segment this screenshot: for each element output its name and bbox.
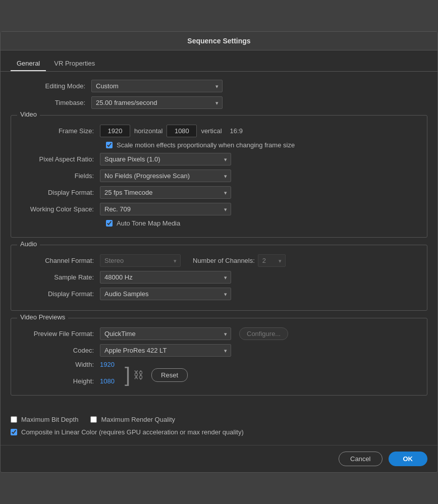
- frame-size-label: Frame Size:: [19, 127, 100, 135]
- sequence-settings-dialog: Sequence Settings General VR Properties …: [0, 31, 438, 473]
- audio-display-format-label: Display Format:: [19, 290, 100, 298]
- pixel-aspect-ratio-row: Pixel Aspect Ratio: Square Pixels (1.0) …: [19, 153, 419, 165]
- fields-wrapper: No Fields (Progressive Scan) Upper Field…: [100, 170, 231, 182]
- channel-format-row: Channel Format: Stereo Number of Channel…: [19, 254, 419, 267]
- tab-vr-properties[interactable]: VR Properties: [48, 57, 101, 71]
- working-color-space-wrapper: Rec. 709 Rec. 2020 sRGB: [100, 203, 231, 215]
- working-color-space-row: Working Color Space: Rec. 709 Rec. 2020 …: [19, 203, 419, 215]
- editing-mode-row: Editing Mode: Custom ARRI Cinema AVC-Int…: [11, 80, 427, 92]
- width-value: 1920: [100, 361, 115, 368]
- video-section: Video Frame Size: horizontal vertical 16…: [11, 115, 427, 238]
- audio-section-label: Audio: [17, 240, 40, 248]
- max-render-quality-checkbox[interactable]: [90, 416, 97, 423]
- display-format-wrapper: 25 fps Timecode 30 fps Timecode Frames S…: [100, 186, 231, 199]
- composite-linear-label: Composite in Linear Color (requires GPU …: [21, 428, 244, 436]
- reset-button[interactable]: Reset: [151, 368, 188, 382]
- ok-button[interactable]: OK: [389, 452, 428, 466]
- audio-display-format-row: Display Format: Audio Samples Millisecon…: [19, 288, 419, 300]
- timebase-select-wrapper: 23.976 frames/second 24.00 frames/second…: [91, 96, 223, 109]
- video-previews-section: Video Previews Preview File Format: Quic…: [11, 318, 427, 396]
- dialog-title: Sequence Settings: [1, 32, 437, 50]
- sample-rate-wrapper: 32000 Hz 44100 Hz 48000 Hz 96000 Hz: [100, 271, 231, 284]
- num-channels-label: Number of Channels:: [193, 257, 255, 264]
- pixel-aspect-ratio-select[interactable]: Square Pixels (1.0) D1/DV NTSC (0.9091) …: [100, 153, 231, 165]
- auto-tone-map-checkbox[interactable]: [106, 220, 113, 227]
- editing-mode-label: Editing Mode:: [11, 82, 91, 90]
- auto-tone-map-row: Auto Tone Map Media: [106, 219, 419, 227]
- configure-button[interactable]: Configure...: [239, 327, 288, 340]
- preview-file-format-row: Preview File Format: QuickTime I-Frame O…: [19, 327, 419, 340]
- video-section-label: Video: [17, 110, 40, 118]
- tab-general[interactable]: General: [11, 57, 46, 71]
- dialog-footer: Cancel OK: [1, 445, 437, 472]
- pixel-aspect-ratio-wrapper: Square Pixels (1.0) D1/DV NTSC (0.9091) …: [100, 153, 231, 165]
- frame-size-row: Frame Size: horizontal vertical 16:9: [19, 125, 419, 137]
- sample-rate-row: Sample Rate: 32000 Hz 44100 Hz 48000 Hz …: [19, 271, 419, 284]
- bracket-link-group: ] ⛓: [125, 365, 143, 385]
- bottom-options: Maximum Bit Depth Maximum Render Quality…: [1, 411, 437, 445]
- tab-bar: General VR Properties: [1, 50, 437, 72]
- width-label: Width:: [19, 361, 100, 368]
- audio-display-format-select[interactable]: Audio Samples Milliseconds: [100, 288, 231, 300]
- audio-section: Audio Channel Format: Stereo Number of C…: [11, 245, 427, 311]
- frame-width-input[interactable]: [100, 125, 130, 137]
- height-label: Height:: [19, 377, 100, 385]
- preview-file-format-wrapper: QuickTime I-Frame Only MPEG MPEG: [100, 327, 231, 340]
- preview-file-format-label: Preview File Format:: [19, 330, 100, 338]
- codec-select[interactable]: Apple ProRes 422 LT Apple ProRes 422 App…: [100, 344, 231, 357]
- editing-mode-select-wrapper: Custom ARRI Cinema AVC-Intra 100 1080i A…: [91, 80, 223, 92]
- composite-linear-row: Composite in Linear Color (requires GPU …: [11, 428, 427, 436]
- channel-format-select[interactable]: Stereo: [100, 254, 181, 267]
- codec-wrapper: Apple ProRes 422 LT Apple ProRes 422 App…: [100, 344, 231, 357]
- composite-linear-checkbox[interactable]: [11, 429, 17, 435]
- max-render-quality-row: Maximum Render Quality: [90, 416, 175, 423]
- editing-mode-select[interactable]: Custom ARRI Cinema AVC-Intra 100 1080i A…: [91, 80, 223, 92]
- width-row: Width: 1920: [19, 361, 115, 368]
- max-bit-depth-checkbox[interactable]: [11, 416, 17, 423]
- video-previews-label: Video Previews: [17, 313, 68, 321]
- sample-rate-select[interactable]: 32000 Hz 44100 Hz 48000 Hz 96000 Hz: [100, 271, 231, 284]
- num-channels-select[interactable]: 2: [258, 254, 286, 267]
- vertical-label: vertical: [201, 127, 222, 135]
- timebase-label: Timebase:: [11, 99, 91, 106]
- height-row: Height: 1080: [19, 377, 115, 385]
- width-height-group: Width: 1920 Height: 1080 ] ⛓ Reset: [19, 361, 419, 389]
- timebase-row: Timebase: 23.976 frames/second 24.00 fra…: [11, 96, 427, 109]
- codec-label: Codec:: [19, 347, 100, 354]
- horizontal-label: horizontal: [134, 127, 162, 135]
- cancel-button[interactable]: Cancel: [339, 452, 382, 466]
- working-color-space-select[interactable]: Rec. 709 Rec. 2020 sRGB: [100, 203, 231, 215]
- fields-select[interactable]: No Fields (Progressive Scan) Upper Field…: [100, 170, 231, 182]
- height-value: 1080: [100, 377, 115, 385]
- preview-file-format-select[interactable]: QuickTime I-Frame Only MPEG MPEG: [100, 327, 231, 340]
- display-format-label: Display Format:: [19, 189, 100, 196]
- scale-checkbox-row: Scale motion effects proportionally when…: [106, 141, 419, 149]
- display-format-select[interactable]: 25 fps Timecode 30 fps Timecode Frames S…: [100, 186, 231, 199]
- sample-rate-label: Sample Rate:: [19, 273, 100, 281]
- display-format-row: Display Format: 25 fps Timecode 30 fps T…: [19, 186, 419, 199]
- timebase-select[interactable]: 23.976 frames/second 24.00 frames/second…: [91, 96, 223, 109]
- codec-row: Codec: Apple ProRes 422 LT Apple ProRes …: [19, 344, 419, 357]
- scale-label: Scale motion effects proportionally when…: [117, 141, 295, 149]
- frame-height-input[interactable]: [167, 125, 197, 137]
- top-fields: Editing Mode: Custom ARRI Cinema AVC-Int…: [11, 80, 427, 109]
- num-channels-wrapper: 2: [258, 254, 286, 267]
- max-bit-depth-row: Maximum Bit Depth: [11, 416, 78, 423]
- fields-label: Fields:: [19, 172, 100, 180]
- max-render-quality-label: Maximum Render Quality: [101, 416, 175, 423]
- pixel-aspect-ratio-label: Pixel Aspect Ratio:: [19, 155, 100, 163]
- max-bit-depth-label: Maximum Bit Depth: [21, 416, 78, 423]
- wh-fields: Width: 1920 Height: 1080: [19, 361, 115, 389]
- aspect-ratio: 16:9: [230, 127, 243, 135]
- working-color-space-label: Working Color Space:: [19, 205, 100, 213]
- auto-tone-map-label: Auto Tone Map Media: [117, 219, 180, 227]
- link-icon: ⛓: [133, 369, 143, 381]
- scale-checkbox[interactable]: [106, 142, 113, 148]
- fields-row: Fields: No Fields (Progressive Scan) Upp…: [19, 170, 419, 182]
- bracket-icon: ]: [125, 365, 130, 385]
- channel-format-label: Channel Format:: [19, 257, 100, 264]
- audio-display-format-wrapper: Audio Samples Milliseconds: [100, 288, 231, 300]
- channel-format-wrapper: Stereo: [100, 254, 181, 267]
